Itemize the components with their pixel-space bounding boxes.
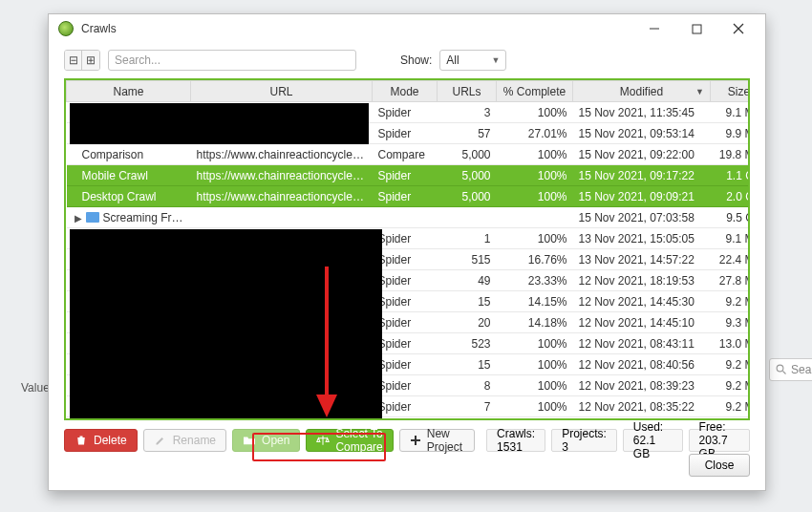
show-label: Show: [400, 53, 432, 67]
chevron-down-icon: ▼ [491, 55, 500, 65]
expand-icon[interactable]: ▶ [75, 213, 82, 224]
crawls-table-container: Name URL Mode URLs % Complete Modified▼ … [64, 78, 750, 420]
trash-icon [75, 434, 88, 447]
close-window-button[interactable] [717, 15, 759, 42]
expand-all-button[interactable]: ⊞ [82, 51, 99, 70]
minimize-button[interactable] [633, 15, 675, 42]
svg-rect-9 [411, 439, 420, 441]
expand-collapse-group: ⊟ ⊞ [64, 50, 100, 71]
table-row[interactable]: Comparisonhttps://www.chainreactioncycle… [67, 144, 751, 165]
show-filter-dropdown[interactable]: All ▼ [439, 50, 506, 71]
redacted-region [70, 103, 369, 144]
open-button[interactable]: Open [232, 429, 300, 452]
col-urls[interactable]: URLs [438, 81, 497, 102]
table-row[interactable]: Mobile Crawlhttps://www.chainreactioncyc… [67, 165, 751, 186]
status-projects: Projects: 3 [551, 429, 617, 452]
pencil-icon [154, 434, 167, 447]
col-name[interactable]: Name [67, 81, 191, 102]
delete-button[interactable]: Delete [64, 429, 138, 452]
close-button[interactable]: Close [689, 454, 750, 477]
titlebar: Crawls [49, 14, 765, 43]
sort-desc-icon: ▼ [695, 87, 704, 96]
folder-icon [86, 212, 99, 223]
collapse-all-button[interactable]: ⊟ [65, 51, 82, 70]
select-to-compare-button[interactable]: Select To Compare [306, 429, 393, 452]
col-size[interactable]: Size [711, 81, 751, 102]
svg-line-1 [783, 372, 786, 374]
app-icon [58, 21, 74, 36]
maximize-button[interactable] [675, 15, 717, 42]
background-search-input[interactable]: Sear [769, 358, 812, 381]
status-crawls: Crawls: 1531 [486, 429, 545, 452]
compare-scale-icon [316, 434, 330, 447]
col-complete[interactable]: % Complete [497, 81, 573, 102]
background-search-placeholder: Sear [791, 363, 812, 376]
crawls-dialog: Crawls ⊟ ⊞ Search... Show: All ▼ [48, 13, 766, 491]
table-row[interactable]: Desktop Crawlhttps://www.chainreactioncy… [67, 186, 751, 207]
rename-button[interactable]: Rename [143, 429, 226, 452]
status-used: Used: 62.1 GB [623, 429, 683, 452]
search-input[interactable]: Search... [108, 50, 356, 71]
col-url[interactable]: URL [191, 81, 373, 102]
new-project-button[interactable]: New Project [399, 429, 475, 452]
redacted-region [70, 229, 382, 419]
folder-open-icon [243, 434, 256, 447]
background-value-label: Value [21, 381, 50, 395]
search-placeholder: Search... [115, 53, 160, 67]
window-title: Crawls [81, 22, 117, 35]
table-row[interactable]: ▶Screaming Frog (251)15 Nov 2021, 07:03:… [67, 207, 751, 228]
svg-rect-3 [693, 25, 701, 33]
toolbar: ⊟ ⊞ Search... Show: All ▼ [49, 43, 765, 78]
col-modified[interactable]: Modified▼ [573, 81, 711, 102]
plus-icon [410, 434, 421, 447]
svg-point-0 [777, 365, 783, 372]
show-filter-value: All [446, 53, 459, 67]
button-bar: Delete Rename Open Select To Compare New… [64, 429, 750, 452]
status-free: Free: 203.7 GB [689, 429, 750, 452]
col-mode[interactable]: Mode [373, 81, 438, 102]
